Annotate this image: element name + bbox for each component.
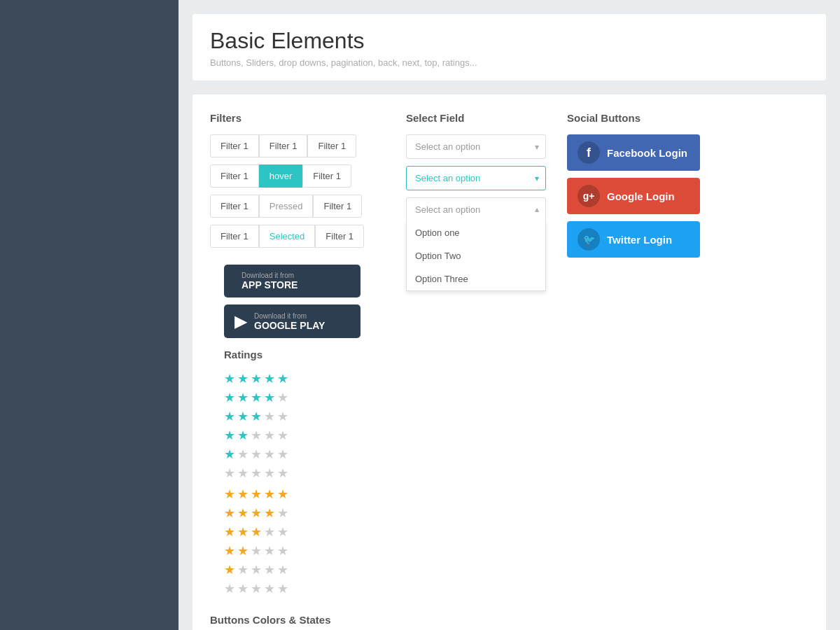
star-icon[interactable]: ★ (251, 562, 262, 578)
star-icon[interactable]: ★ (237, 562, 248, 578)
star-icon[interactable]: ★ (224, 562, 235, 578)
filter-btn-1-1[interactable]: Filter 1 (210, 134, 259, 158)
teal-rating-row: ★★★★★ (224, 465, 360, 481)
star-icon[interactable]: ★ (277, 581, 288, 596)
star-icon[interactable]: ★ (237, 486, 248, 502)
social-buttons-section: Social Buttons f Facebook Login g+ Googl… (567, 112, 707, 265)
select-field-1[interactable]: Select an option (406, 134, 546, 159)
filter-btn-3-1[interactable]: Filter 1 (210, 195, 259, 218)
star-icon[interactable]: ★ (264, 505, 275, 521)
star-icon[interactable]: ★ (224, 465, 235, 481)
page-title: Basic Elements (210, 28, 808, 54)
star-icon[interactable]: ★ (264, 562, 275, 578)
star-icon[interactable]: ★ (251, 581, 262, 596)
filter-btn-2-hover[interactable]: hover (259, 164, 303, 188)
star-icon[interactable]: ★ (224, 390, 235, 405)
star-icon[interactable]: ★ (251, 447, 262, 462)
select-wrapper-2: Select an option ▾ (406, 166, 546, 190)
star-icon[interactable]: ★ (277, 447, 288, 462)
star-icon[interactable]: ★ (237, 409, 248, 424)
main-area: Basic Elements Buttons, Sliders, drop do… (178, 0, 840, 630)
star-icon[interactable]: ★ (251, 486, 262, 502)
star-icon[interactable]: ★ (264, 581, 275, 596)
star-icon[interactable]: ★ (237, 447, 248, 462)
star-icon[interactable]: ★ (277, 390, 288, 405)
star-icon[interactable]: ★ (277, 465, 288, 481)
filter-btn-3-pressed[interactable]: Pressed (259, 195, 314, 218)
star-icon[interactable]: ★ (224, 581, 235, 596)
star-icon[interactable]: ★ (237, 543, 248, 559)
star-icon[interactable]: ★ (264, 371, 275, 386)
filters-section: Filters Filter 1 Filter 1 Filter 1 Filte… (210, 112, 385, 255)
star-icon[interactable]: ★ (251, 371, 262, 386)
star-icon[interactable]: ★ (224, 524, 235, 540)
star-icon[interactable]: ★ (277, 486, 288, 502)
star-icon[interactable]: ★ (251, 505, 262, 521)
star-icon[interactable]: ★ (224, 486, 235, 502)
filter-btn-1-2[interactable]: Filter 1 (259, 134, 308, 158)
star-icon[interactable]: ★ (251, 390, 262, 405)
star-icon[interactable]: ★ (224, 447, 235, 462)
select-field-3[interactable]: Select an option (406, 197, 546, 221)
google-login-button[interactable]: g+ Google Login (567, 178, 700, 214)
sidebar (0, 0, 178, 630)
star-icon[interactable]: ★ (277, 505, 288, 521)
select-field-2[interactable]: Select an option (406, 166, 546, 190)
app-store-button[interactable]: Download it from APP STORE (224, 265, 360, 298)
star-icon[interactable]: ★ (251, 543, 262, 559)
star-icon[interactable]: ★ (237, 524, 248, 540)
star-icon[interactable]: ★ (264, 465, 275, 481)
filter-btn-2-3[interactable]: Filter 1 (302, 164, 351, 188)
star-icon[interactable]: ★ (264, 409, 275, 424)
star-icon[interactable]: ★ (237, 371, 248, 386)
twitter-login-button[interactable]: 🐦 Twitter Login (567, 221, 700, 258)
teal-rating-row: ★★★★★ (224, 371, 360, 386)
star-icon[interactable]: ★ (237, 465, 248, 481)
star-icon[interactable]: ★ (224, 409, 235, 424)
star-icon[interactable]: ★ (277, 409, 288, 424)
star-icon[interactable]: ★ (224, 543, 235, 559)
select-wrapper-3: Select an option ▴ Option one Option Two… (406, 197, 546, 221)
filter-btn-1-3[interactable]: Filter 1 (307, 134, 356, 158)
star-icon[interactable]: ★ (237, 581, 248, 596)
star-icon[interactable]: ★ (264, 486, 275, 502)
star-icon[interactable]: ★ (264, 543, 275, 559)
twitter-login-label: Twitter Login (607, 234, 672, 246)
facebook-login-label: Facebook Login (607, 147, 687, 159)
star-icon[interactable]: ★ (224, 428, 235, 443)
star-icon[interactable]: ★ (277, 428, 288, 443)
dropdown-option-3[interactable]: Option Three (407, 267, 545, 290)
star-icon[interactable]: ★ (277, 371, 288, 386)
facebook-login-button[interactable]: f Facebook Login (567, 134, 700, 171)
dropdown-option-2[interactable]: Option Two (407, 244, 545, 267)
star-icon[interactable]: ★ (237, 390, 248, 405)
store-ratings-section: Download it from APP STORE ▶ Download it… (224, 265, 360, 600)
star-icon[interactable]: ★ (237, 428, 248, 443)
star-icon[interactable]: ★ (224, 505, 235, 521)
google-play-icon: ▶ (234, 312, 247, 331)
social-title: Social Buttons (567, 112, 707, 124)
filter-btn-4-1[interactable]: Filter 1 (210, 225, 259, 248)
star-icon[interactable]: ★ (251, 524, 262, 540)
google-icon: g+ (578, 185, 600, 207)
star-icon[interactable]: ★ (277, 543, 288, 559)
star-icon[interactable]: ★ (264, 390, 275, 405)
star-icon[interactable]: ★ (264, 447, 275, 462)
filter-btn-4-3[interactable]: Filter 1 (315, 225, 364, 248)
filter-btn-3-3[interactable]: Filter 1 (313, 195, 362, 218)
star-icon[interactable]: ★ (251, 409, 262, 424)
star-icon[interactable]: ★ (264, 428, 275, 443)
star-icon[interactable]: ★ (277, 524, 288, 540)
star-icon[interactable]: ★ (264, 524, 275, 540)
select-section: Select Field Select an option ▾ Select a… (406, 112, 546, 228)
filter-btn-4-selected[interactable]: Selected (259, 225, 316, 248)
filter-btn-2-1[interactable]: Filter 1 (210, 164, 259, 188)
star-icon[interactable]: ★ (251, 465, 262, 481)
star-icon[interactable]: ★ (224, 371, 235, 386)
teal-rating-row: ★★★★★ (224, 409, 360, 424)
google-play-button[interactable]: ▶ Download it from GOOGLE PLAY (224, 304, 360, 338)
star-icon[interactable]: ★ (277, 562, 288, 578)
star-icon[interactable]: ★ (251, 428, 262, 443)
dropdown-option-1[interactable]: Option one (407, 221, 545, 244)
star-icon[interactable]: ★ (237, 505, 248, 521)
